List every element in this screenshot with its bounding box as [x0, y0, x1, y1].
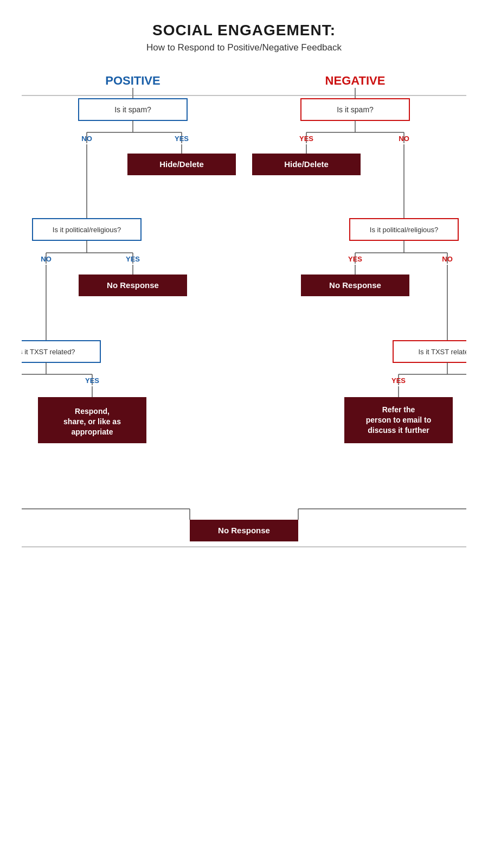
svg-text:Is it TXST related?: Is it TXST related?	[418, 348, 466, 356]
svg-text:person to email to: person to email to	[366, 416, 432, 424]
page-subtitle: How to Respond to Positive/Negative Feed…	[146, 42, 342, 53]
svg-text:YES: YES	[175, 135, 189, 143]
svg-text:No Response: No Response	[329, 280, 381, 290]
svg-text:Is it political/religious?: Is it political/religious?	[370, 226, 438, 234]
svg-text:share, or like as: share, or like as	[63, 417, 121, 426]
svg-text:NO: NO	[442, 255, 453, 263]
svg-text:Hide/Delete: Hide/Delete	[284, 159, 329, 169]
svg-text:appropriate: appropriate	[71, 427, 113, 436]
svg-text:YES: YES	[391, 376, 406, 385]
svg-text:No Response: No Response	[107, 280, 159, 290]
svg-text:Is it spam?: Is it spam?	[337, 105, 374, 114]
svg-text:Hide/Delete: Hide/Delete	[159, 159, 204, 169]
svg-text:YES: YES	[126, 255, 140, 263]
page-title: SOCIAL ENGAGEMENT:	[152, 22, 336, 39]
svg-text:YES: YES	[299, 135, 313, 143]
flowchart: POSITIVE NEGATIVE Is it spam? NO YES Hid…	[22, 69, 466, 658]
svg-text:Respond,: Respond,	[75, 407, 110, 416]
svg-text:NO: NO	[399, 135, 409, 143]
svg-text:Refer the: Refer the	[382, 405, 415, 414]
svg-text:Is it spam?: Is it spam?	[114, 105, 151, 114]
svg-text:POSITIVE: POSITIVE	[105, 74, 160, 87]
svg-text:Is it TXST related?: Is it TXST related?	[22, 348, 75, 356]
svg-text:YES: YES	[348, 255, 362, 263]
svg-text:Is it political/religious?: Is it political/religious?	[53, 226, 121, 234]
svg-rect-86	[22, 95, 466, 547]
svg-text:YES: YES	[85, 376, 99, 385]
svg-text:NEGATIVE: NEGATIVE	[325, 74, 386, 87]
svg-text:discuss it further: discuss it further	[368, 426, 429, 435]
svg-text:No Response: No Response	[218, 526, 270, 535]
svg-text:NO: NO	[41, 255, 52, 263]
svg-text:NO: NO	[81, 135, 92, 143]
